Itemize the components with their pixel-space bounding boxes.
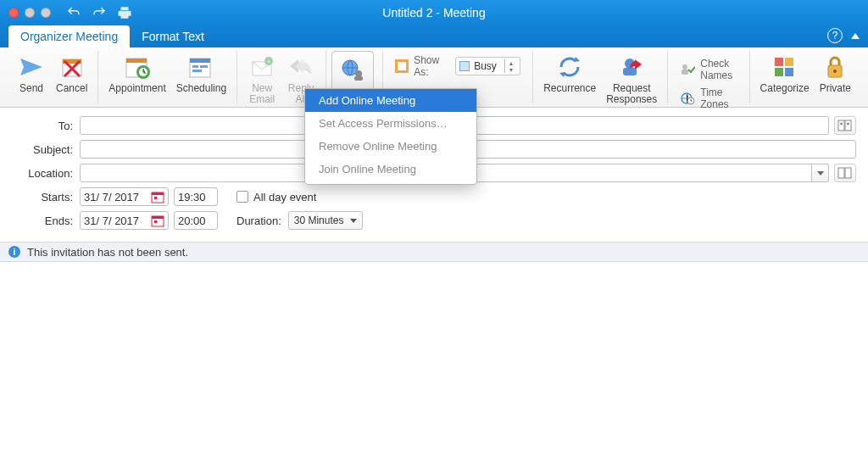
calendar-icon <box>151 190 164 203</box>
end-time-field[interactable]: 20:00 <box>174 211 218 230</box>
svg-point-23 <box>682 64 687 70</box>
new-email-button[interactable]: + New Email <box>242 51 281 107</box>
window-controls <box>8 8 51 18</box>
recurrence-button[interactable]: Recurrence <box>538 51 601 96</box>
svg-rect-43 <box>152 216 164 219</box>
message-body[interactable] <box>0 262 868 468</box>
menu-set-access-permissions: Set Access Permissions… <box>305 112 476 135</box>
cancel-icon <box>58 53 86 81</box>
quick-access-toolbar <box>66 5 132 20</box>
lock-icon <box>821 53 849 81</box>
svg-rect-11 <box>200 65 208 68</box>
check-names-button[interactable]: Check Names <box>678 56 738 83</box>
show-as-icon <box>395 58 409 74</box>
to-label: To: <box>12 120 73 132</box>
svg-rect-29 <box>775 68 783 76</box>
info-icon: i <box>8 246 20 258</box>
reply-all-icon <box>287 53 315 81</box>
to-address-book-button[interactable] <box>834 116 856 135</box>
svg-point-35 <box>840 123 843 125</box>
start-time-value: 19:30 <box>178 191 206 203</box>
send-button[interactable]: Send <box>12 51 51 96</box>
duration-value: 30 Minutes <box>294 214 344 226</box>
tab-format-text[interactable]: Format Text <box>130 25 216 47</box>
starts-label: Starts: <box>12 191 73 203</box>
undo-icon[interactable] <box>66 5 81 20</box>
close-window-icon[interactable] <box>8 8 19 18</box>
collapse-ribbon-icon[interactable] <box>851 33 860 39</box>
online-meeting-menu: Add Online Meeting Set Access Permission… <box>304 88 477 185</box>
menu-add-online-meeting[interactable]: Add Online Meeting <box>305 89 476 112</box>
all-day-label: All day event <box>253 191 316 203</box>
svg-rect-24 <box>682 70 688 75</box>
menu-remove-online-meeting: Remove Online Meeting <box>305 135 476 158</box>
svg-rect-33 <box>838 120 844 131</box>
recurrence-icon <box>555 53 584 81</box>
redo-icon[interactable] <box>92 5 107 20</box>
end-date-field[interactable]: 31/ 7/ 2017 <box>80 211 169 230</box>
svg-text:+: + <box>267 58 271 65</box>
location-address-book-button[interactable] <box>834 164 856 182</box>
svg-rect-12 <box>192 70 202 72</box>
globe-user-icon <box>338 55 367 84</box>
svg-rect-37 <box>838 168 844 178</box>
end-time-value: 20:00 <box>178 214 206 227</box>
calendar-icon <box>151 214 164 227</box>
private-button[interactable]: Private <box>815 51 856 96</box>
start-date-field[interactable]: 31/ 7/ 2017 <box>80 187 169 206</box>
ends-label: Ends: <box>12 214 73 227</box>
request-responses-icon <box>617 53 646 81</box>
show-as-combo[interactable]: Busy ▴▾ <box>455 57 520 75</box>
cancel-button[interactable]: Cancel <box>51 51 92 96</box>
all-day-checkbox[interactable]: All day event <box>236 191 316 203</box>
start-time-field[interactable]: 19:30 <box>174 187 218 206</box>
scheduling-icon <box>186 53 215 81</box>
info-text: This invitation has not been sent. <box>27 246 188 259</box>
tab-organizer-meeting[interactable]: Organizer Meeting <box>8 25 130 47</box>
svg-rect-40 <box>152 192 164 195</box>
svg-rect-5 <box>126 58 147 63</box>
request-responses-button[interactable]: Request Responses <box>601 51 662 107</box>
print-icon[interactable] <box>117 5 132 20</box>
time-zones-label: Time Zones <box>700 86 737 110</box>
zoom-window-icon[interactable] <box>41 8 51 18</box>
svg-rect-34 <box>845 120 851 131</box>
svg-rect-9 <box>190 58 210 63</box>
svg-point-17 <box>355 70 362 77</box>
scheduling-button[interactable]: Scheduling <box>171 51 231 96</box>
appointment-icon <box>123 53 152 81</box>
end-date-value: 31/ 7/ 2017 <box>84 214 139 227</box>
minimize-window-icon[interactable] <box>25 8 35 18</box>
svg-rect-41 <box>154 197 157 199</box>
ribbon-tabs: Organizer Meeting Format Text ? <box>0 25 868 47</box>
chevron-down-icon <box>817 171 824 176</box>
checkbox-icon <box>236 191 248 203</box>
svg-rect-20 <box>398 62 406 70</box>
categorize-button[interactable]: Categorize <box>755 51 815 96</box>
time-zones-button[interactable]: Time Zones <box>678 85 738 112</box>
time-zones-icon <box>680 91 695 106</box>
svg-rect-27 <box>775 58 783 66</box>
busy-swatch-icon <box>459 61 470 71</box>
info-bar: i This invitation has not been sent. <box>0 242 868 262</box>
check-names-label: Check Names <box>700 58 737 81</box>
svg-point-36 <box>847 123 849 125</box>
svg-rect-44 <box>154 220 157 223</box>
show-as-label: Show As: <box>414 54 450 78</box>
check-names-icon <box>680 62 695 77</box>
svg-rect-18 <box>354 76 363 81</box>
address-book-icon <box>837 120 853 131</box>
svg-rect-38 <box>845 168 851 178</box>
send-icon <box>17 53 46 81</box>
chevron-down-icon <box>350 219 357 223</box>
titlebar: Untitled 2 - Meeting <box>0 0 868 25</box>
svg-rect-30 <box>785 68 793 76</box>
duration-combo[interactable]: 30 Minutes <box>288 211 364 230</box>
svg-rect-28 <box>785 58 793 66</box>
svg-rect-22 <box>623 68 637 75</box>
help-icon[interactable]: ? <box>827 28 843 43</box>
start-date-value: 31/ 7/ 2017 <box>84 191 139 203</box>
location-dropdown-button[interactable] <box>812 164 829 182</box>
appointment-button[interactable]: Appointment <box>103 51 170 96</box>
svg-point-32 <box>833 70 837 73</box>
